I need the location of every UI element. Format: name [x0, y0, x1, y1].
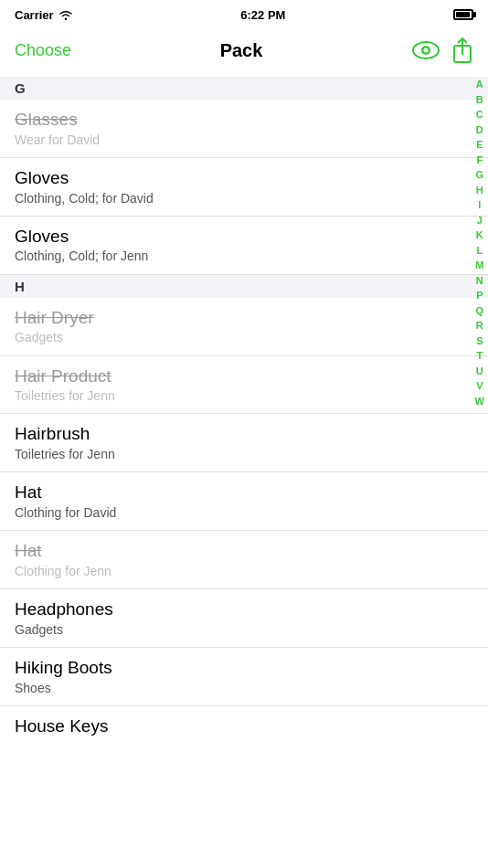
section-header-g: G — [0, 77, 488, 100]
alpha-letter-w[interactable]: W — [473, 394, 486, 409]
list-item[interactable]: Headphones Gadgets — [0, 589, 488, 648]
item-name: Glasses — [15, 109, 451, 132]
alpha-letter-c[interactable]: C — [474, 107, 485, 122]
alpha-letter-h[interactable]: H — [474, 183, 485, 198]
choose-button[interactable]: Choose — [15, 41, 71, 60]
item-sub: Toiletries for Jenn — [15, 387, 451, 404]
alpha-letter-m[interactable]: M — [473, 258, 485, 273]
status-time: 6:22 PM — [240, 8, 285, 22]
item-sub: Wear for David — [15, 132, 451, 148]
alpha-letter-e[interactable]: E — [474, 137, 484, 153]
alpha-letter-r[interactable]: R — [474, 318, 485, 333]
item-sub: Clothing for David — [15, 504, 451, 521]
alpha-letter-p[interactable]: P — [474, 288, 484, 303]
item-name: Headphones — [15, 598, 451, 621]
item-sub: Shoes — [15, 680, 451, 696]
alpha-letter-u[interactable]: U — [474, 364, 485, 379]
list-item[interactable]: Hiking Boots Shoes — [0, 648, 488, 706]
alpha-letter-i[interactable]: I — [476, 197, 483, 213]
item-name: Hat — [15, 540, 451, 563]
eye-button[interactable] — [411, 40, 440, 60]
list-item[interactable]: Gloves Clothing, Cold; for Jenn — [0, 217, 488, 275]
item-name: Hair Product — [15, 365, 451, 388]
list-item[interactable]: House Keys — [0, 706, 488, 747]
carrier-label: Carrier — [15, 8, 54, 22]
alpha-letter-q[interactable]: Q — [474, 303, 486, 319]
alpha-letter-f[interactable]: F — [474, 153, 484, 168]
item-sub: Toiletries for Jenn — [15, 446, 451, 462]
alphabet-index: A B C D E F G H I J K L M N P Q R S T U … — [473, 77, 486, 408]
item-name: Hat — [15, 482, 451, 504]
item-name: House Keys — [15, 715, 451, 738]
item-name: Hair Dryer — [15, 307, 451, 330]
share-button[interactable] — [451, 37, 473, 64]
item-name: Hairbrush — [15, 423, 451, 446]
item-sub: Gadgets — [15, 329, 451, 345]
alpha-letter-b[interactable]: B — [474, 92, 485, 108]
item-name: Gloves — [15, 167, 451, 190]
alpha-letter-n[interactable]: N — [474, 273, 485, 289]
svg-point-2 — [423, 48, 428, 53]
battery-icon — [453, 9, 473, 20]
item-sub: Clothing, Cold; for David — [15, 190, 451, 206]
alpha-letter-a[interactable]: A — [474, 77, 485, 92]
page-title: Pack — [220, 40, 263, 61]
list-item[interactable]: Gloves Clothing, Cold; for David — [0, 158, 488, 217]
section-header-h: H — [0, 275, 488, 298]
battery-area — [453, 9, 473, 20]
eye-icon — [411, 40, 440, 60]
list-item[interactable]: Hairbrush Toiletries for Jenn — [0, 414, 488, 472]
alpha-letter-v[interactable]: V — [474, 378, 484, 394]
item-name: Gloves — [15, 226, 451, 249]
alpha-letter-l[interactable]: L — [474, 243, 484, 259]
alpha-letter-t[interactable]: T — [474, 348, 484, 364]
alpha-letter-d[interactable]: D — [474, 122, 485, 138]
items-list: G Glasses Wear for David Gloves Clothing… — [0, 77, 488, 746]
share-icon — [451, 37, 473, 64]
nav-bar: Choose Pack — [0, 27, 488, 77]
item-sub: Gadgets — [15, 621, 451, 638]
list-item[interactable]: Hat Clothing for David — [0, 472, 488, 531]
alpha-letter-g[interactable]: G — [474, 167, 486, 183]
alpha-letter-s[interactable]: S — [474, 333, 484, 349]
wifi-icon — [58, 9, 73, 20]
status-bar: Carrier 6:22 PM — [0, 0, 488, 27]
alpha-letter-k[interactable]: K — [474, 228, 485, 243]
item-name: Hiking Boots — [15, 657, 451, 680]
carrier-wifi: Carrier — [15, 8, 73, 22]
item-sub: Clothing for Jenn — [15, 563, 451, 579]
list-item[interactable]: Hair Product Toiletries for Jenn — [0, 356, 488, 415]
list-item[interactable]: Hat Clothing for Jenn — [0, 531, 488, 589]
item-sub: Clothing, Cold; for Jenn — [15, 248, 451, 264]
list-item[interactable]: Hair Dryer Gadgets — [0, 298, 488, 356]
alpha-letter-j[interactable]: J — [475, 213, 484, 228]
list-item[interactable]: Glasses Wear for David — [0, 100, 488, 158]
nav-actions — [411, 37, 473, 64]
